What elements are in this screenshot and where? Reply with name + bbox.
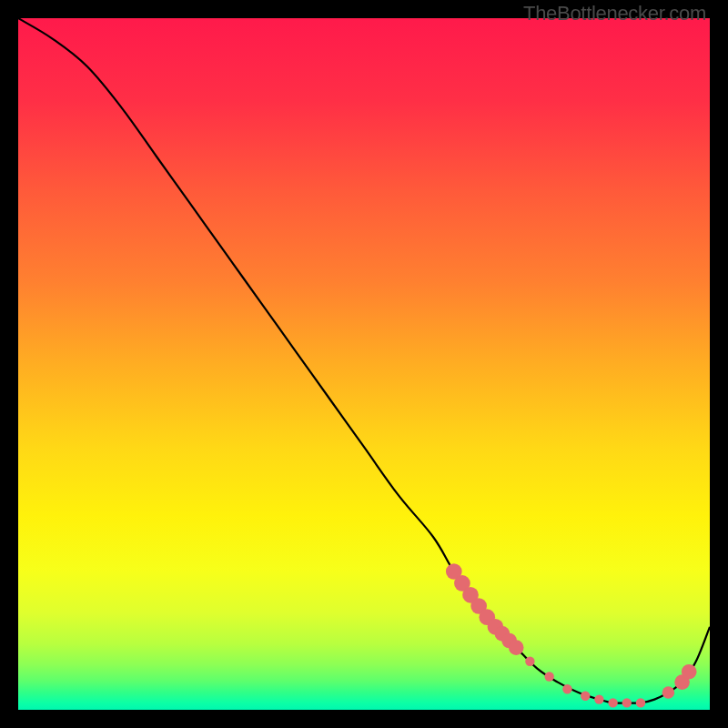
- data-point: [636, 698, 645, 707]
- data-point: [594, 694, 603, 703]
- data-point: [622, 698, 632, 707]
- data-point: [525, 657, 534, 666]
- curve-layer: [18, 18, 710, 710]
- bottleneck-curve: [18, 18, 710, 703]
- data-point: [562, 684, 571, 693]
- data-point: [662, 686, 675, 699]
- data-point: [682, 664, 697, 680]
- data-point: [608, 698, 617, 707]
- chart-frame: [18, 18, 710, 710]
- attribution-label: TheBottlenecker.com: [523, 2, 706, 25]
- data-points: [446, 563, 697, 707]
- data-point: [544, 672, 553, 681]
- data-point: [509, 640, 524, 655]
- data-point: [581, 692, 590, 701]
